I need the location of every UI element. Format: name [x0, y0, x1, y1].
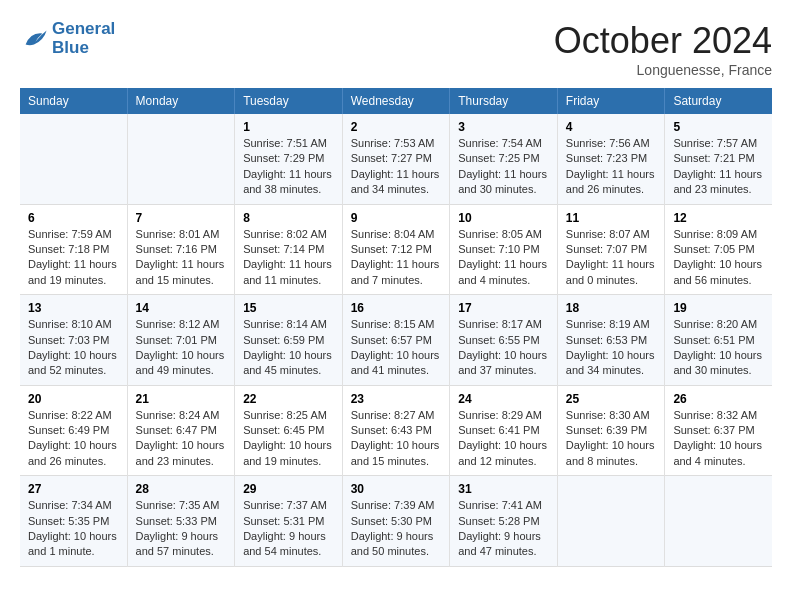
day-number: 21 — [136, 392, 227, 406]
day-info: Sunrise: 8:04 AM Sunset: 7:12 PM Dayligh… — [351, 227, 442, 289]
calendar-cell: 6Sunrise: 7:59 AM Sunset: 7:18 PM Daylig… — [20, 204, 127, 295]
calendar-cell: 13Sunrise: 8:10 AM Sunset: 7:03 PM Dayli… — [20, 295, 127, 386]
page-header: General Blue October 2024 Longuenesse, F… — [20, 20, 772, 78]
location: Longuenesse, France — [554, 62, 772, 78]
day-number: 28 — [136, 482, 227, 496]
calendar-cell: 29Sunrise: 7:37 AM Sunset: 5:31 PM Dayli… — [235, 476, 343, 567]
calendar-cell — [665, 476, 772, 567]
calendar-cell: 31Sunrise: 7:41 AM Sunset: 5:28 PM Dayli… — [450, 476, 558, 567]
day-number: 11 — [566, 211, 657, 225]
header-cell-tuesday: Tuesday — [235, 88, 343, 114]
day-number: 9 — [351, 211, 442, 225]
calendar-cell: 14Sunrise: 8:12 AM Sunset: 7:01 PM Dayli… — [127, 295, 235, 386]
day-info: Sunrise: 7:34 AM Sunset: 5:35 PM Dayligh… — [28, 498, 119, 560]
day-info: Sunrise: 8:30 AM Sunset: 6:39 PM Dayligh… — [566, 408, 657, 470]
day-info: Sunrise: 8:22 AM Sunset: 6:49 PM Dayligh… — [28, 408, 119, 470]
day-info: Sunrise: 8:02 AM Sunset: 7:14 PM Dayligh… — [243, 227, 334, 289]
calendar-cell — [127, 114, 235, 204]
day-info: Sunrise: 7:53 AM Sunset: 7:27 PM Dayligh… — [351, 136, 442, 198]
day-number: 31 — [458, 482, 549, 496]
calendar-cell: 19Sunrise: 8:20 AM Sunset: 6:51 PM Dayli… — [665, 295, 772, 386]
calendar-cell: 15Sunrise: 8:14 AM Sunset: 6:59 PM Dayli… — [235, 295, 343, 386]
header-cell-saturday: Saturday — [665, 88, 772, 114]
day-info: Sunrise: 8:10 AM Sunset: 7:03 PM Dayligh… — [28, 317, 119, 379]
calendar-cell: 26Sunrise: 8:32 AM Sunset: 6:37 PM Dayli… — [665, 385, 772, 476]
calendar-cell: 18Sunrise: 8:19 AM Sunset: 6:53 PM Dayli… — [557, 295, 665, 386]
day-number: 20 — [28, 392, 119, 406]
header-row: SundayMondayTuesdayWednesdayThursdayFrid… — [20, 88, 772, 114]
week-row-4: 27Sunrise: 7:34 AM Sunset: 5:35 PM Dayli… — [20, 476, 772, 567]
day-number: 26 — [673, 392, 764, 406]
day-number: 29 — [243, 482, 334, 496]
day-info: Sunrise: 8:29 AM Sunset: 6:41 PM Dayligh… — [458, 408, 549, 470]
day-info: Sunrise: 8:32 AM Sunset: 6:37 PM Dayligh… — [673, 408, 764, 470]
month-title: October 2024 — [554, 20, 772, 62]
day-info: Sunrise: 7:39 AM Sunset: 5:30 PM Dayligh… — [351, 498, 442, 560]
day-info: Sunrise: 8:15 AM Sunset: 6:57 PM Dayligh… — [351, 317, 442, 379]
logo-text: General Blue — [52, 20, 115, 57]
day-info: Sunrise: 7:41 AM Sunset: 5:28 PM Dayligh… — [458, 498, 549, 560]
day-number: 23 — [351, 392, 442, 406]
day-info: Sunrise: 7:37 AM Sunset: 5:31 PM Dayligh… — [243, 498, 334, 560]
calendar-cell: 30Sunrise: 7:39 AM Sunset: 5:30 PM Dayli… — [342, 476, 450, 567]
week-row-2: 13Sunrise: 8:10 AM Sunset: 7:03 PM Dayli… — [20, 295, 772, 386]
header-cell-sunday: Sunday — [20, 88, 127, 114]
day-number: 1 — [243, 120, 334, 134]
calendar-cell: 27Sunrise: 7:34 AM Sunset: 5:35 PM Dayli… — [20, 476, 127, 567]
calendar-cell: 21Sunrise: 8:24 AM Sunset: 6:47 PM Dayli… — [127, 385, 235, 476]
calendar-cell — [20, 114, 127, 204]
day-number: 5 — [673, 120, 764, 134]
logo: General Blue — [20, 20, 115, 57]
day-info: Sunrise: 8:20 AM Sunset: 6:51 PM Dayligh… — [673, 317, 764, 379]
day-number: 22 — [243, 392, 334, 406]
day-number: 30 — [351, 482, 442, 496]
header-cell-wednesday: Wednesday — [342, 88, 450, 114]
calendar-cell: 20Sunrise: 8:22 AM Sunset: 6:49 PM Dayli… — [20, 385, 127, 476]
calendar-cell — [557, 476, 665, 567]
day-info: Sunrise: 8:24 AM Sunset: 6:47 PM Dayligh… — [136, 408, 227, 470]
header-cell-thursday: Thursday — [450, 88, 558, 114]
day-info: Sunrise: 8:25 AM Sunset: 6:45 PM Dayligh… — [243, 408, 334, 470]
day-info: Sunrise: 8:07 AM Sunset: 7:07 PM Dayligh… — [566, 227, 657, 289]
calendar-cell: 23Sunrise: 8:27 AM Sunset: 6:43 PM Dayli… — [342, 385, 450, 476]
calendar-cell: 17Sunrise: 8:17 AM Sunset: 6:55 PM Dayli… — [450, 295, 558, 386]
day-info: Sunrise: 7:54 AM Sunset: 7:25 PM Dayligh… — [458, 136, 549, 198]
day-info: Sunrise: 7:59 AM Sunset: 7:18 PM Dayligh… — [28, 227, 119, 289]
day-number: 16 — [351, 301, 442, 315]
day-info: Sunrise: 8:19 AM Sunset: 6:53 PM Dayligh… — [566, 317, 657, 379]
day-info: Sunrise: 7:56 AM Sunset: 7:23 PM Dayligh… — [566, 136, 657, 198]
week-row-1: 6Sunrise: 7:59 AM Sunset: 7:18 PM Daylig… — [20, 204, 772, 295]
day-info: Sunrise: 8:17 AM Sunset: 6:55 PM Dayligh… — [458, 317, 549, 379]
day-info: Sunrise: 8:05 AM Sunset: 7:10 PM Dayligh… — [458, 227, 549, 289]
day-number: 19 — [673, 301, 764, 315]
day-number: 24 — [458, 392, 549, 406]
day-info: Sunrise: 8:14 AM Sunset: 6:59 PM Dayligh… — [243, 317, 334, 379]
header-cell-friday: Friday — [557, 88, 665, 114]
calendar-cell: 10Sunrise: 8:05 AM Sunset: 7:10 PM Dayli… — [450, 204, 558, 295]
calendar-cell: 8Sunrise: 8:02 AM Sunset: 7:14 PM Daylig… — [235, 204, 343, 295]
day-info: Sunrise: 7:35 AM Sunset: 5:33 PM Dayligh… — [136, 498, 227, 560]
day-number: 7 — [136, 211, 227, 225]
header-cell-monday: Monday — [127, 88, 235, 114]
day-info: Sunrise: 7:57 AM Sunset: 7:21 PM Dayligh… — [673, 136, 764, 198]
title-block: October 2024 Longuenesse, France — [554, 20, 772, 78]
calendar-cell: 4Sunrise: 7:56 AM Sunset: 7:23 PM Daylig… — [557, 114, 665, 204]
day-number: 13 — [28, 301, 119, 315]
calendar-cell: 3Sunrise: 7:54 AM Sunset: 7:25 PM Daylig… — [450, 114, 558, 204]
calendar-cell: 5Sunrise: 7:57 AM Sunset: 7:21 PM Daylig… — [665, 114, 772, 204]
day-number: 18 — [566, 301, 657, 315]
day-info: Sunrise: 8:09 AM Sunset: 7:05 PM Dayligh… — [673, 227, 764, 289]
calendar-cell: 28Sunrise: 7:35 AM Sunset: 5:33 PM Dayli… — [127, 476, 235, 567]
calendar-cell: 9Sunrise: 8:04 AM Sunset: 7:12 PM Daylig… — [342, 204, 450, 295]
day-number: 4 — [566, 120, 657, 134]
calendar-cell: 16Sunrise: 8:15 AM Sunset: 6:57 PM Dayli… — [342, 295, 450, 386]
day-number: 14 — [136, 301, 227, 315]
week-row-3: 20Sunrise: 8:22 AM Sunset: 6:49 PM Dayli… — [20, 385, 772, 476]
day-info: Sunrise: 8:27 AM Sunset: 6:43 PM Dayligh… — [351, 408, 442, 470]
logo-bird-icon — [20, 25, 48, 53]
day-number: 27 — [28, 482, 119, 496]
calendar-cell: 1Sunrise: 7:51 AM Sunset: 7:29 PM Daylig… — [235, 114, 343, 204]
day-number: 17 — [458, 301, 549, 315]
day-number: 25 — [566, 392, 657, 406]
day-number: 8 — [243, 211, 334, 225]
